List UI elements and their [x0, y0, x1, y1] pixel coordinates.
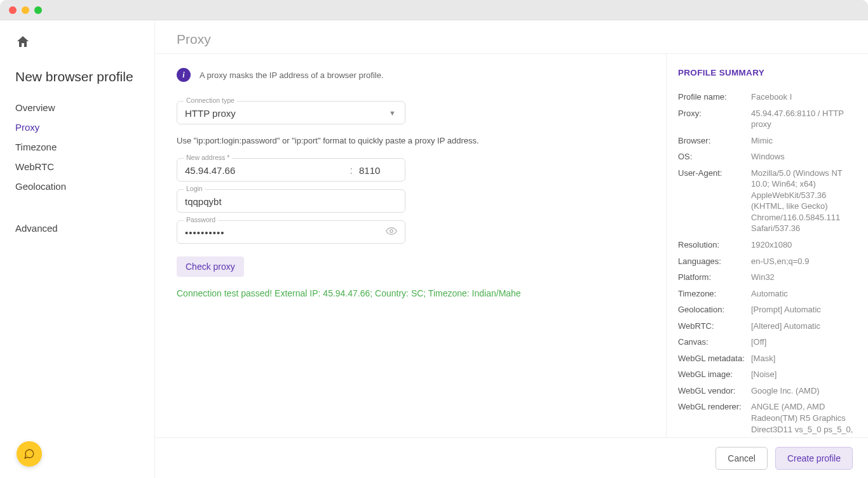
summary-label: WebGL metadata: — [678, 353, 751, 364]
summary-value: Mozilla/5.0 (Windows NT 10.0; Win64; x64… — [751, 168, 857, 234]
window-minimize-dot[interactable] — [22, 6, 29, 14]
nav-item-proxy[interactable]: Proxy — [15, 122, 139, 133]
footer-bar: Cancel Create profile — [155, 437, 868, 478]
summary-value: 45.94.47.66:8110 / HTTP proxy — [751, 108, 857, 130]
summary-row: Canvas:[Off] — [678, 336, 857, 348]
summary-value: Facebook I — [751, 91, 792, 103]
summary-value: [Mask] — [751, 353, 775, 364]
summary-row: Proxy:45.94.47.66:8110 / HTTP proxy — [678, 108, 857, 130]
password-input[interactable] — [185, 226, 397, 239]
nav-item-webrtc[interactable]: WebRTC — [15, 161, 139, 172]
summary-row: User-Agent:Mozilla/5.0 (Windows NT 10.0;… — [678, 168, 857, 234]
check-proxy-button[interactable]: Check proxy — [177, 256, 244, 277]
password-label: Password — [184, 216, 218, 223]
create-profile-button[interactable]: Create profile — [775, 447, 853, 470]
summary-value: Google Inc. (AMD) — [751, 385, 820, 397]
login-label: Login — [184, 185, 205, 192]
summary-label: WebGL vendor: — [678, 385, 751, 397]
summary-value: ANGLE (AMD, AMD Radeon(TM) R5 Graphics D… — [751, 401, 857, 437]
login-input[interactable] — [185, 195, 397, 208]
address-label: New address * — [184, 154, 232, 161]
helper-text: Use "ip:port:login:password" or "ip:port… — [177, 136, 644, 145]
chat-icon — [24, 448, 35, 460]
nav-item-timezone[interactable]: Timezone — [15, 142, 139, 152]
summary-value: en-US,en;q=0.9 — [751, 256, 809, 267]
connection-type-label: Connection type — [184, 96, 237, 104]
summary-value: 1920x1080 — [751, 239, 792, 251]
summary-label: Profile name: — [678, 91, 751, 103]
port-input[interactable] — [359, 164, 397, 177]
ip-port-separator: : — [350, 165, 353, 176]
summary-label: Resolution: — [678, 239, 751, 251]
nav-item-geolocation[interactable]: Geolocation — [15, 181, 139, 192]
summary-label: WebGL image: — [678, 369, 751, 380]
info-icon: i — [177, 68, 191, 82]
summary-label: Timezone: — [678, 288, 751, 300]
ip-input[interactable] — [185, 164, 344, 177]
chevron-down-icon: ▼ — [389, 109, 396, 117]
address-field-group: New address * : — [177, 158, 405, 182]
summary-row: WebGL renderer:ANGLE (AMD, AMD Radeon(TM… — [678, 401, 857, 437]
form-area: i A proxy masks the IP address of a brow… — [155, 54, 666, 437]
info-text: A proxy masks the IP address of a browse… — [200, 70, 384, 80]
connection-type-value: HTTP proxy — [185, 107, 397, 120]
summary-row: Languages:en-US,en;q=0.9 — [678, 256, 857, 267]
profile-summary-panel: PROFILE SUMMARY Profile name:Facebook IP… — [666, 54, 868, 437]
summary-label: OS: — [678, 151, 751, 163]
summary-row: WebGL metadata:[Mask] — [678, 353, 857, 364]
summary-row: WebGL vendor:Google Inc. (AMD) — [678, 385, 857, 397]
svg-point-0 — [390, 229, 393, 232]
summary-value: [Prompt] Automatic — [751, 304, 821, 315]
sidebar-nav: Overview Proxy Timezone WebRTC Geolocati… — [15, 102, 139, 234]
connection-type-select[interactable]: Connection type HTTP proxy ▼ — [177, 101, 405, 124]
summary-label: Browser: — [678, 135, 751, 147]
summary-label: WebRTC: — [678, 321, 751, 332]
info-row: i A proxy masks the IP address of a brow… — [177, 68, 644, 82]
summary-row: WebRTC:[Altered] Automatic — [678, 321, 857, 332]
cancel-button[interactable]: Cancel — [715, 447, 768, 470]
summary-label: User-Agent: — [678, 168, 751, 234]
summary-value: Mimic — [751, 135, 773, 147]
password-field: Password — [177, 220, 405, 244]
summary-value: [Noise] — [751, 369, 776, 380]
summary-value: [Off] — [751, 336, 766, 348]
summary-value: Automatic — [751, 288, 788, 300]
summary-row: Timezone:Automatic — [678, 288, 857, 300]
summary-title: PROFILE SUMMARY — [678, 68, 857, 77]
summary-value: [Altered] Automatic — [751, 321, 820, 332]
nav-item-advanced[interactable]: Advanced — [15, 223, 139, 234]
page-title: Proxy — [155, 20, 868, 54]
eye-icon[interactable] — [386, 225, 397, 239]
summary-label: Geolocation: — [678, 304, 751, 315]
nav-divider — [15, 207, 139, 208]
summary-row: Profile name:Facebook I — [678, 91, 857, 103]
nav-item-overview[interactable]: Overview — [15, 102, 139, 113]
window-maximize-dot[interactable] — [34, 6, 42, 14]
summary-label: Languages: — [678, 256, 751, 267]
main-panel: Proxy i A proxy masks the IP address of … — [155, 20, 868, 478]
summary-value: Win32 — [751, 272, 775, 283]
summary-label: Platform: — [678, 272, 751, 283]
summary-row: Platform:Win32 — [678, 272, 857, 283]
proxy-status-text: Connection test passed! External IP: 45.… — [177, 288, 644, 298]
window-titlebar — [0, 0, 868, 20]
summary-row: Browser:Mimic — [678, 135, 857, 147]
summary-label: Canvas: — [678, 336, 751, 348]
summary-row: Resolution:1920x1080 — [678, 239, 857, 251]
help-fab[interactable] — [17, 441, 42, 467]
summary-label: WebGL renderer: — [678, 401, 751, 437]
sidebar-title: New browser profile — [15, 69, 139, 84]
window-close-dot[interactable] — [9, 6, 17, 14]
summary-label: Proxy: — [678, 108, 751, 130]
summary-row: Geolocation:[Prompt] Automatic — [678, 304, 857, 315]
summary-value: Windows — [751, 151, 785, 163]
summary-row: WebGL image:[Noise] — [678, 369, 857, 380]
sidebar: New browser profile Overview Proxy Timez… — [0, 20, 155, 478]
login-field: Login — [177, 189, 405, 213]
home-icon[interactable] — [15, 34, 139, 54]
summary-row: OS:Windows — [678, 151, 857, 163]
